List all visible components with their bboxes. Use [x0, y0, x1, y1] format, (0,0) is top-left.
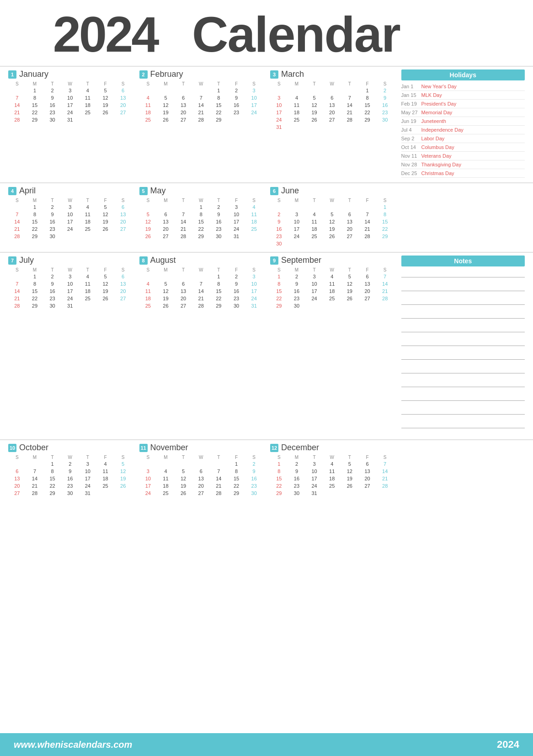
- cal-day: 22: [43, 482, 61, 490]
- month-november: 11 November SMTWTFS 12 3456789 101112131…: [136, 440, 267, 500]
- month-name-11: November: [150, 443, 188, 453]
- cal-day: 3: [245, 273, 263, 280]
- cal-day: [288, 203, 306, 211]
- dow-w: W: [323, 197, 341, 203]
- cal-day: 6: [114, 273, 132, 280]
- month-num-2: 2: [139, 70, 148, 79]
- cal-day: 21: [358, 225, 376, 233]
- cal-day: 20: [114, 287, 132, 295]
- cal-day: 21: [376, 287, 394, 295]
- holiday-date: Nov 28: [401, 162, 419, 167]
- cal-day: 20: [358, 287, 376, 295]
- cal-day: [96, 116, 114, 123]
- cal-day: [341, 203, 359, 211]
- cal-day: 7: [8, 211, 26, 218]
- holiday-item: Jan 1New Year's Day: [401, 82, 525, 91]
- cal-day: 16: [228, 101, 245, 109]
- cal-day: 15: [270, 287, 288, 295]
- dow-w: W: [61, 197, 79, 203]
- cal-day: 5: [96, 273, 114, 280]
- cal-day: 7: [192, 94, 210, 101]
- cal-day: [358, 490, 376, 497]
- dow-s: S: [139, 454, 157, 460]
- cal-day: 1: [26, 87, 44, 94]
- cal-day: 24: [139, 490, 157, 497]
- footer: www.wheniscalendars.com 2024: [0, 733, 533, 756]
- cal-day: [114, 490, 132, 497]
- cal-day: [79, 302, 97, 309]
- cal-day: 4: [157, 468, 175, 475]
- cal-day: [192, 460, 210, 468]
- cal-day: [288, 87, 306, 94]
- cal-day: 26: [114, 482, 132, 490]
- cal-day: 11: [157, 475, 175, 482]
- cal-day: 28: [8, 302, 26, 309]
- month-name-5: May: [150, 186, 166, 196]
- cal-day: 3: [270, 94, 288, 101]
- cal-day: [305, 302, 323, 309]
- cal-day: 12: [157, 287, 175, 295]
- cal-day: 12: [96, 94, 114, 101]
- cal-day: [139, 273, 157, 280]
- cal-day: 3: [61, 87, 79, 94]
- cal-day: [26, 460, 44, 468]
- month-name-6: June: [281, 186, 299, 196]
- cal-day: 27: [175, 116, 192, 123]
- month-num-1: 1: [8, 70, 16, 79]
- cal-day: 8: [376, 211, 394, 218]
- cal-day: [270, 87, 288, 94]
- cal-day: 27: [114, 295, 132, 302]
- cal-day: 4: [79, 203, 97, 211]
- cal-day: 17: [61, 101, 79, 109]
- dow-w: W: [192, 267, 210, 273]
- cal-day: 30: [245, 490, 263, 497]
- cal-day: 16: [376, 101, 394, 109]
- cal-day: 18: [79, 101, 97, 109]
- cal-day: 30: [210, 233, 228, 240]
- cal-day: 7: [8, 94, 26, 101]
- cal-day: 29: [26, 302, 44, 309]
- holiday-date: May 27: [401, 110, 419, 115]
- cal-day: 2: [228, 273, 245, 280]
- cal-day: 9: [270, 218, 288, 225]
- cal-day: 16: [245, 475, 263, 482]
- cal-day: 5: [139, 211, 157, 218]
- dow-w: W: [61, 454, 79, 460]
- cal-day: 19: [96, 287, 114, 295]
- notes-header: Notes: [401, 256, 525, 266]
- cal-day: 3: [305, 273, 323, 280]
- cal-day: 9: [43, 94, 61, 101]
- cal-day: 30: [43, 233, 61, 240]
- cal-day: 14: [210, 475, 228, 482]
- cal-day: 15: [43, 475, 61, 482]
- month-name-10: October: [19, 443, 48, 453]
- month-name-1: January: [19, 69, 48, 79]
- cal-day: 23: [245, 482, 263, 490]
- cal-day: 5: [114, 460, 132, 468]
- cal-day: 8: [26, 211, 44, 218]
- dow-t2: T: [79, 81, 97, 87]
- dow-t: T: [43, 197, 61, 203]
- cal-day: 5: [341, 460, 359, 468]
- cal-day: [323, 87, 341, 94]
- cal-day: 25: [96, 482, 114, 490]
- cal-day: 10: [61, 280, 79, 287]
- cal-day: 19: [341, 287, 359, 295]
- cal-day: 31: [270, 123, 288, 131]
- cal-day: 31: [228, 233, 245, 240]
- cal-day: 30: [288, 302, 306, 309]
- cal-day: [358, 240, 376, 247]
- cal-day: 20: [114, 218, 132, 225]
- cal-day: 19: [157, 295, 175, 302]
- month-name-7: July: [19, 256, 34, 265]
- month-name-9: September: [281, 256, 321, 265]
- holiday-item: Jan 15MLK Day: [401, 91, 525, 100]
- dow-s: S: [139, 267, 157, 273]
- dow-s2: S: [376, 454, 394, 460]
- cal-day: [139, 87, 157, 94]
- cal-day: [157, 203, 175, 211]
- dow-s2: S: [376, 267, 394, 273]
- cal-day: [341, 302, 359, 309]
- cal-day: [358, 302, 376, 309]
- holiday-date: Jul 4: [401, 127, 419, 133]
